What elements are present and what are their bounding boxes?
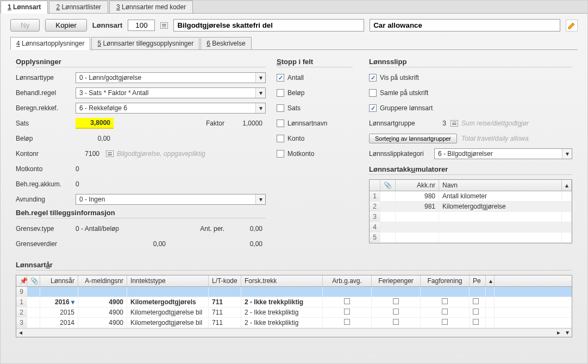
beregnrekkef-combo[interactable]: 6 - Rekkefølge 6▾	[76, 103, 266, 114]
kontonr-label: Kontonr	[16, 150, 76, 158]
samle-label: Samle på utskrift	[380, 89, 428, 97]
akkum-row[interactable]: 1980Antall kilometer	[370, 191, 572, 202]
lookup-icon[interactable]	[160, 22, 168, 29]
stopp-Sats-checkbox[interactable]	[277, 104, 284, 112]
scroll-down[interactable]: ▾	[563, 329, 572, 337]
lonnsarttype-label: Lønnsarttype	[16, 74, 76, 81]
sats-input[interactable]: 3,8000	[76, 118, 114, 129]
chevron-down-icon[interactable]: ▾	[255, 194, 265, 204]
sortering-hint: Total travel/daily allowa	[461, 135, 529, 142]
feriepenger-header[interactable]: Feriepenger	[372, 275, 421, 286]
grenseverdier-v2: 0,00	[228, 239, 266, 249]
chevron-down-icon[interactable]: ▾	[562, 149, 572, 159]
lonnsarttype-combo[interactable]: 0 - Lønn/godtgjørelse▾	[76, 72, 266, 83]
lonnsartaar-title: Lønnsartår	[16, 261, 572, 271]
top-tabs: 1 1 LønnsartLønnsart 2 Lønnsartlister 3 …	[1, 1, 587, 14]
lonnsart-code-input[interactable]	[128, 20, 155, 31]
pin-icon[interactable]: 📌	[16, 275, 27, 286]
belop-label: Beløp	[16, 135, 76, 142]
arbgavg-header[interactable]: Arb.g.avg.	[323, 275, 372, 286]
stopp-title: Stopp i felt	[277, 58, 353, 67]
stopp-Konto-label: Konto	[287, 135, 304, 142]
akkum-title: Lønnsartakkumulatorer	[369, 165, 572, 175]
motkonto-value: 0	[76, 165, 79, 173]
grensevtype-value: 0 - Antall/beløp	[76, 225, 119, 233]
akknr-header: Akk.nr	[396, 180, 439, 191]
navn-header: Navn	[439, 180, 562, 191]
akkum-row[interactable]: 3	[370, 212, 572, 222]
left-column: Opplysninger Lønnsarttype 0 - Lønn/godtg…	[16, 54, 266, 253]
avrunding-combo[interactable]: 0 - Ingen▾	[76, 194, 266, 205]
chevron-down-icon[interactable]: ▾	[255, 73, 265, 83]
forsktrekk-header[interactable]: Forsk.trekk	[241, 275, 323, 286]
subtab-opplysninger[interactable]: 4 Lønnsartopplysninger	[10, 37, 90, 50]
gruppere-checkbox[interactable]	[369, 104, 377, 112]
ny-button[interactable]: Ny	[10, 19, 40, 32]
ltkode-header[interactable]: L/T-kode	[209, 275, 241, 286]
sortering-button[interactable]: Sortering av lønnsartgrupper	[369, 134, 457, 143]
akkum-row[interactable]: 5	[370, 233, 572, 243]
toolbar: Ny Kopier Lønnsart	[1, 14, 587, 37]
scroll-up[interactable]: ▴	[486, 275, 495, 286]
scroll-right[interactable]: ▸	[554, 329, 563, 337]
attach-header: 📎	[380, 180, 396, 191]
behandlregel-combo[interactable]: 3 - Sats * Faktor * Antall▾	[76, 87, 266, 98]
pen-header[interactable]: Pe	[470, 275, 486, 286]
vis-checkbox[interactable]	[369, 74, 377, 81]
tab-lonnsarter-koder[interactable]: 3 Lønnsarter med koder	[109, 1, 193, 13]
stopp-Beløp-label: Beløp	[287, 89, 304, 97]
subtab-beskrivelse[interactable]: 6 Beskrivelse	[201, 37, 251, 49]
edit-icon[interactable]	[566, 20, 578, 32]
kategori-combo[interactable]: 6 - Bilgodtgjørelser▾	[434, 148, 572, 159]
stopp-Lønnsartnavn-checkbox[interactable]	[277, 120, 284, 127]
antper-label: Ant. per.	[200, 225, 224, 233]
behregakkum-value: 0	[76, 180, 79, 188]
scroll-up[interactable]: ▴	[562, 180, 572, 191]
sats-label: Sats	[16, 120, 76, 127]
lonnsslipp-title: Lønnsslipp	[369, 58, 572, 67]
years-grid[interactable]: 📌 📎 Lønnsår A-meldingsnr Inntektstype L/…	[16, 275, 572, 337]
stopp-section: Stopp i felt AntallBeløpSatsLønnsartnavn…	[277, 54, 353, 253]
gruppe-value[interactable]: 3	[434, 120, 451, 127]
right-column: Stopp i felt AntallBeløpSatsLønnsartnavn…	[277, 54, 572, 253]
lonnsaar-header[interactable]: Lønnsår	[40, 275, 78, 286]
samle-checkbox[interactable]	[369, 89, 377, 97]
stopp-Motkonto-checkbox[interactable]	[277, 150, 284, 158]
gruppe-label: Lønnsartgruppe	[369, 120, 434, 127]
akkum-row[interactable]: 4	[370, 222, 572, 233]
scroll-left[interactable]: ◂	[16, 329, 25, 337]
gruppe-hint: Sum reise/diettgodtgjør	[461, 120, 529, 127]
belop-value[interactable]: 0,00	[76, 134, 114, 143]
subtab-tillegg[interactable]: 5 Lønnsarter tilleggsopplysninger	[91, 37, 199, 49]
kontonr-input[interactable]: 7100	[76, 149, 103, 159]
kopier-button[interactable]: Kopier	[45, 19, 87, 32]
lookup-icon[interactable]	[106, 150, 114, 157]
grenseverdier-v1: 0,00	[131, 239, 169, 249]
grenseverdier-label: Grenseverdier	[16, 240, 76, 248]
tab-lonnsartlister[interactable]: 2 Lønnsartlister	[49, 1, 108, 13]
year-row[interactable]: 2 2015 4900 Kilometergodtgjørelse bil 71…	[16, 307, 572, 318]
akkum-row[interactable]: 2981Kilometergodtgjørelse	[370, 202, 572, 212]
lookup-icon[interactable]	[451, 120, 458, 127]
chevron-down-icon[interactable]: ▾	[255, 88, 265, 98]
stopp-Lønnsartnavn-label: Lønnsartnavn	[287, 120, 327, 127]
lonnsart-name-no[interactable]	[173, 19, 364, 32]
faktor-input[interactable]: 1,0000	[228, 118, 266, 128]
inntektstype-header[interactable]: Inntektstype	[127, 275, 209, 286]
akkum-grid[interactable]: 📎 Akk.nr Navn ▴ 1980Antall kilometer2981…	[369, 179, 572, 243]
lonnsart-label: Lønnsart	[92, 21, 123, 29]
beregnrekkef-label: Beregn.rekkef.	[16, 104, 76, 112]
fagforening-header[interactable]: Fagforening	[421, 275, 470, 286]
year-row[interactable]: 1 2016 ▾ 4900 Kilometergodtgjørels 711 2…	[16, 297, 572, 307]
stopp-Konto-checkbox[interactable]	[277, 135, 284, 142]
stopp-Antall-checkbox[interactable]	[277, 74, 284, 81]
year-row[interactable]: 3 2014 4900 Kilometergodtgjørelse bil 71…	[16, 318, 572, 328]
stopp-Beløp-checkbox[interactable]	[277, 89, 284, 97]
lonnsartaar-section: Lønnsartår 📌 📎 Lønnsår A-meldingsnr Innt…	[1, 258, 587, 337]
amelding-header[interactable]: A-meldingsnr	[78, 275, 127, 286]
chevron-down-icon[interactable]: ▾	[255, 103, 265, 113]
lonnsart-name-en[interactable]	[370, 19, 560, 32]
year-row[interactable]: 9	[16, 287, 572, 297]
sub-tabs: 4 Lønnsartopplysninger 5 Lønnsarter till…	[10, 37, 578, 50]
tab-lonnsart[interactable]: 1 1 LønnsartLønnsart	[1, 1, 48, 14]
